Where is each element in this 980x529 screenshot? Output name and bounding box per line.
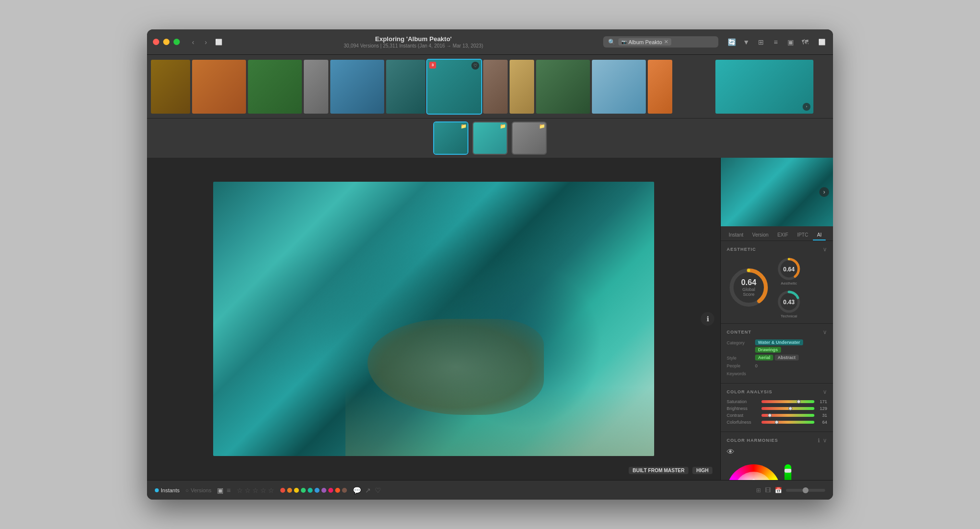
contrast-track xyxy=(761,414,814,417)
tag-aerial: Aerial xyxy=(755,355,773,361)
forward-arrow[interactable]: › xyxy=(200,37,211,48)
thumbnail-6[interactable] xyxy=(386,60,425,114)
technical-score-gauge: 0.43 Technical xyxy=(777,289,801,318)
star-5[interactable]: ☆ xyxy=(268,486,274,494)
panel-toggle-icon[interactable]: ⬜ xyxy=(816,37,827,48)
color-dot-orange[interactable] xyxy=(287,488,292,493)
saturation-row: Saturation 171 xyxy=(727,399,827,404)
share-icon[interactable]: ↗ xyxy=(365,486,371,494)
people-label: People xyxy=(727,362,751,368)
calendar-icon[interactable]: 📅 xyxy=(775,487,782,494)
search-tag[interactable]: 📷 Album Peakto ✕ xyxy=(618,38,671,46)
thumbnail-13[interactable] xyxy=(674,60,713,114)
map-icon[interactable]: 🗺 xyxy=(800,37,810,48)
aesthetic-score-center: 0.64 xyxy=(783,264,794,273)
saturation-slider[interactable] xyxy=(784,464,791,480)
color-wheel-container xyxy=(727,460,827,480)
content-toggle[interactable]: ∨ xyxy=(823,329,827,336)
search-tag-close[interactable]: ✕ xyxy=(664,39,668,45)
star-1[interactable]: ☆ xyxy=(237,486,243,494)
thumbnail-11[interactable] xyxy=(592,60,646,114)
next-image-button[interactable]: ℹ xyxy=(701,312,714,326)
svg-line-10 xyxy=(754,479,766,480)
aesthetic-toggle[interactable]: ∨ xyxy=(823,246,827,253)
close-button[interactable] xyxy=(153,39,159,45)
category-row: Category Water & Underwater Drawings xyxy=(727,339,827,353)
sub-thumb-2[interactable]: 📁 xyxy=(472,121,508,155)
color-analysis-toggle[interactable]: ∨ xyxy=(823,388,827,395)
preview-nav-arrow[interactable]: › xyxy=(819,187,829,197)
info-icon[interactable]: ℹ xyxy=(818,437,820,444)
thumbnail-4[interactable] xyxy=(304,60,328,114)
thumbnail-10[interactable] xyxy=(536,60,590,114)
eye-icon[interactable]: 👁 xyxy=(727,448,735,457)
thumbnail-3[interactable] xyxy=(248,60,302,114)
sidebar-toggle-icon[interactable]: ⬜ xyxy=(213,37,224,48)
grid-view-icon[interactable]: ⊞ xyxy=(756,37,766,48)
color-dot-purple[interactable] xyxy=(321,488,326,493)
color-dot-red[interactable] xyxy=(280,488,285,493)
filter-icon[interactable]: ▼ xyxy=(741,37,752,48)
tab-exif[interactable]: EXIF xyxy=(773,230,792,240)
fullscreen-button[interactable] xyxy=(173,39,180,45)
search-icon: 🔍 xyxy=(608,39,615,46)
view-icon-2[interactable]: ≡ xyxy=(226,486,230,494)
color-dot-yellow[interactable] xyxy=(294,488,299,493)
sub-thumb-3[interactable]: 📁 xyxy=(512,121,547,155)
content-section: CONTENT ∨ Category Water & Underwater Dr… xyxy=(721,323,833,383)
color-dot-pink[interactable] xyxy=(328,488,333,493)
color-label-dots xyxy=(280,488,347,493)
search-input[interactable] xyxy=(674,39,713,46)
comment-icon[interactable]: 💬 xyxy=(353,486,361,494)
thumbnail-5[interactable] xyxy=(330,60,384,114)
star-3[interactable]: ☆ xyxy=(252,486,259,494)
wheel-harmony-lines xyxy=(727,464,781,480)
star-rating[interactable]: ☆ ☆ ☆ ☆ ☆ xyxy=(237,486,274,494)
app-window: ‹ › ⬜ Exploring 'Album Peakto' 30,094 Ve… xyxy=(147,29,833,500)
colorfulness-track xyxy=(761,421,814,424)
thumbnail-1[interactable] xyxy=(151,60,190,114)
refresh-icon[interactable]: 🔄 xyxy=(726,37,737,48)
brightness-row: Brightness 129 xyxy=(727,406,827,411)
thumbnail-7-selected[interactable]: ♡ 3 xyxy=(427,60,481,114)
thumbnail-14[interactable]: › xyxy=(715,60,813,114)
back-arrow[interactable]: ‹ xyxy=(188,37,198,48)
grid-icon-bottom[interactable]: ⊞ xyxy=(756,487,761,494)
view-icon-1[interactable]: ▣ xyxy=(217,486,223,494)
sub-thumb-1[interactable]: 📁 xyxy=(433,121,468,155)
minimize-button[interactable] xyxy=(163,39,170,45)
versions-tab[interactable]: ○ Versions xyxy=(186,487,212,493)
thumbnail-9[interactable] xyxy=(510,60,534,114)
thumbnail-8[interactable] xyxy=(483,60,508,114)
tab-iptc[interactable]: IPTC xyxy=(793,230,812,240)
star-4[interactable]: ☆ xyxy=(260,486,267,494)
tag-water-underwater: Water & Underwater xyxy=(755,339,803,345)
thumbnail-2[interactable] xyxy=(192,60,246,114)
color-dot-blue[interactable] xyxy=(315,488,319,493)
color-dot-teal[interactable] xyxy=(308,488,313,493)
color-dot-brown[interactable] xyxy=(342,488,347,493)
search-bar[interactable]: 🔍 📷 Album Peakto ✕ xyxy=(603,36,718,48)
title-bar: ‹ › ⬜ Exploring 'Album Peakto' 30,094 Ve… xyxy=(147,29,833,55)
tab-ai[interactable]: AI xyxy=(813,230,825,240)
thumbnail-12[interactable] xyxy=(648,60,672,114)
heart-icon[interactable]: ♡ xyxy=(375,486,381,494)
aesthetic-section-title: AESTHETIC xyxy=(727,247,756,252)
color-harmonies-toggle[interactable]: ∨ xyxy=(823,437,827,444)
image-info-overlay: BUILT FROM MASTER HIGH xyxy=(629,467,712,474)
keywords-row: Keywords xyxy=(727,370,827,376)
versions-circle-icon: ○ xyxy=(186,487,189,493)
color-analysis-title: COLOR ANALYSIS xyxy=(727,389,772,394)
compare-icon[interactable]: ▣ xyxy=(785,37,796,48)
list-view-icon[interactable]: ≡ xyxy=(770,37,781,48)
color-dot-deeporange[interactable] xyxy=(335,488,340,493)
svg-line-9 xyxy=(741,479,754,480)
color-dot-green[interactable] xyxy=(301,488,306,493)
technical-score-label: Technical xyxy=(781,314,797,318)
tab-instant[interactable]: Instant xyxy=(725,230,747,240)
star-2[interactable]: ☆ xyxy=(245,486,251,494)
zoom-slider[interactable] xyxy=(786,489,825,492)
instants-tab[interactable]: Instants xyxy=(155,487,180,493)
tab-version[interactable]: Version xyxy=(748,230,772,240)
filmstrip-icon[interactable]: 🎞 xyxy=(765,487,771,494)
